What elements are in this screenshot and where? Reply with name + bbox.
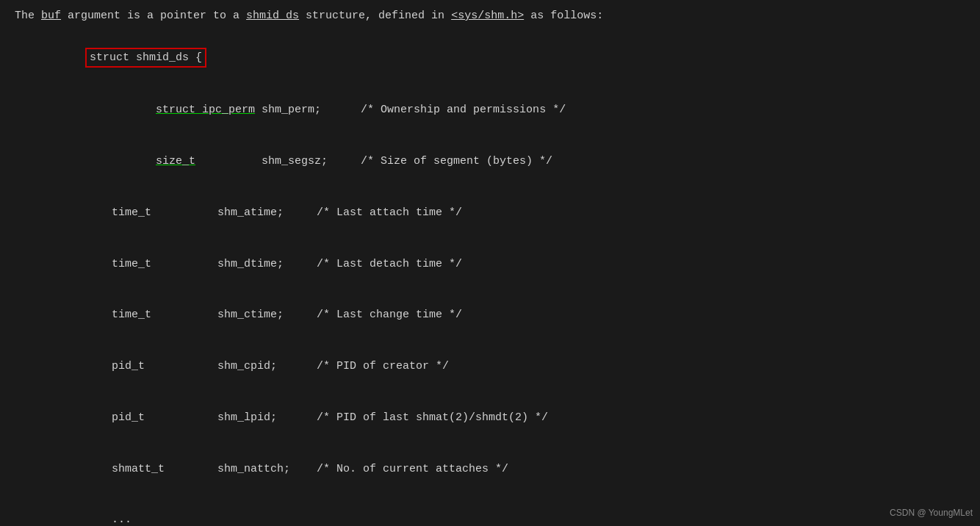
para1-end: as follows: (524, 10, 603, 22)
field-shm-atime: time_t shm_atime; /* Last attach time */ (85, 206, 462, 219)
field-shm-segsz: size_t shm_segsz; /* Size of segment (by… (129, 155, 552, 167)
field-shm-lpid: pid_t shm_lpid; /* PID of last shmat(2)/… (85, 411, 548, 424)
struct1-declaration: struct shmid_ds { (85, 51, 206, 64)
field-shm-nattch: shmatt_t shm_nattch; /* No. of current a… (85, 463, 508, 475)
struct1-dots: ... (85, 514, 131, 526)
watermark: CSDN @ YoungMLet (890, 506, 973, 520)
struct-shmid-ds-block: struct shmid_ds { struct ipc_perm shm_pe… (59, 30, 965, 526)
main-content: The buf argument is a pointer to a shmid… (15, 7, 965, 526)
shmid-ds-ref: shmid_ds (246, 10, 299, 22)
sys-shm-header: <sys/shm.h> (451, 10, 524, 22)
field-type-size-t-1: size_t (156, 155, 195, 167)
para1-mid: argument is a pointer to a (61, 10, 246, 22)
para1-text: The (15, 10, 41, 22)
field-shm-dtime: time_t shm_dtime; /* Last detach time */ (85, 258, 462, 270)
struct1-name-box: struct shmid_ds { (85, 48, 206, 68)
field-shm-ctime: time_t shm_ctime; /* Last change time */ (85, 309, 462, 321)
field-shm-perm: struct ipc_perm shm_perm; /* Ownership a… (129, 104, 566, 116)
field-shm-cpid: pid_t shm_cpid; /* PID of creator */ (85, 360, 449, 372)
para1-struct: structure, defined in (299, 10, 451, 22)
paragraph-1: The buf argument is a pointer to a shmid… (15, 7, 965, 24)
buf-keyword: buf (41, 10, 61, 22)
field-type-ipc-perm: struct ipc_perm (156, 104, 255, 116)
